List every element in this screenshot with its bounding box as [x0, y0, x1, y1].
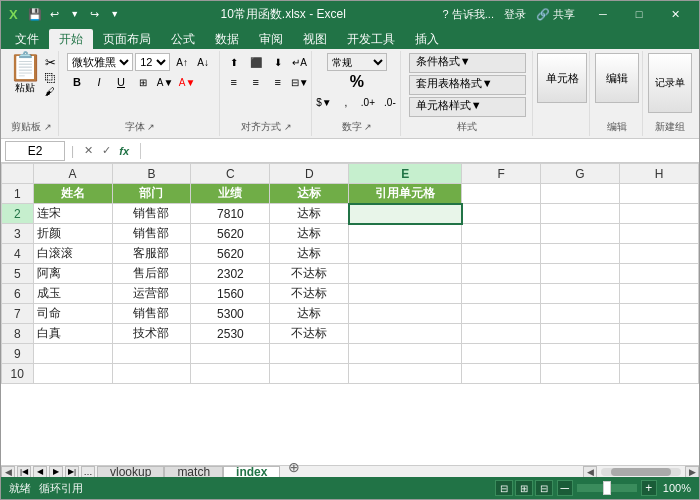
sheet-tab-vlookup[interactable]: vlookup	[97, 466, 164, 477]
underline-button[interactable]: U	[111, 73, 131, 91]
cell-B7[interactable]: 销售部	[112, 304, 191, 324]
cell-H8[interactable]	[619, 324, 698, 344]
cell-F3[interactable]	[462, 224, 541, 244]
copy-button[interactable]: ⿻	[45, 72, 56, 84]
cell-H1[interactable]	[619, 184, 698, 204]
row-header-2[interactable]: 2	[2, 204, 34, 224]
cell-G10[interactable]	[541, 364, 620, 384]
cell-D5[interactable]: 不达标	[270, 264, 349, 284]
cell-F7[interactable]	[462, 304, 541, 324]
col-header-D[interactable]: D	[270, 164, 349, 184]
cell-D3[interactable]: 达标	[270, 224, 349, 244]
cell-F10[interactable]	[462, 364, 541, 384]
cell-B3[interactable]: 销售部	[112, 224, 191, 244]
increase-decimal-button[interactable]: .0+	[358, 93, 378, 111]
font-color-button[interactable]: A▼	[177, 73, 197, 91]
row-header-5[interactable]: 5	[2, 264, 34, 284]
cell-A7[interactable]: 司命	[33, 304, 112, 324]
row-header-10[interactable]: 10	[2, 364, 34, 384]
cell-D7[interactable]: 达标	[270, 304, 349, 324]
col-header-F[interactable]: F	[462, 164, 541, 184]
fill-color-button[interactable]: A▼	[155, 73, 175, 91]
row-header-7[interactable]: 7	[2, 304, 34, 324]
cell-B8[interactable]: 技术部	[112, 324, 191, 344]
accounting-button[interactable]: $▼	[314, 93, 334, 111]
cell-G1[interactable]	[541, 184, 620, 204]
percent-button[interactable]: %	[350, 73, 364, 91]
paste-button[interactable]: 📋 粘贴	[8, 53, 43, 95]
wrap-text-button[interactable]: ↵A	[290, 53, 310, 71]
zoom-in-button[interactable]: +	[641, 480, 657, 496]
cell-C5[interactable]: 2302	[191, 264, 270, 284]
cell-A2[interactable]: 连宋	[33, 204, 112, 224]
cell-A4[interactable]: 白滚滚	[33, 244, 112, 264]
scroll-col-left[interactable]: ◀	[583, 466, 597, 478]
row-header-3[interactable]: 3	[2, 224, 34, 244]
horizontal-scroll-track[interactable]	[601, 468, 681, 476]
merge-button[interactable]: ⊟▼	[290, 73, 310, 91]
cell-C6[interactable]: 1560	[191, 284, 270, 304]
cell-F5[interactable]	[462, 264, 541, 284]
page-layout-view-button[interactable]: ⊞	[515, 480, 533, 496]
cell-H4[interactable]	[619, 244, 698, 264]
cell-D6[interactable]: 不达标	[270, 284, 349, 304]
cell-style-button[interactable]: 单元格样式▼	[409, 97, 526, 117]
cell-B10[interactable]	[112, 364, 191, 384]
cell-E8[interactable]	[349, 324, 462, 344]
cell-G4[interactable]	[541, 244, 620, 264]
col-header-H[interactable]: H	[619, 164, 698, 184]
cell-E1[interactable]: 引用单元格	[349, 184, 462, 204]
redo-button[interactable]: ↪	[86, 5, 104, 23]
cell-F6[interactable]	[462, 284, 541, 304]
cell-C1[interactable]: 业绩	[191, 184, 270, 204]
col-header-E[interactable]: E	[349, 164, 462, 184]
cell-H9[interactable]	[619, 344, 698, 364]
page-break-view-button[interactable]: ⊟	[535, 480, 553, 496]
tab-formula[interactable]: 公式	[161, 29, 205, 49]
login-button[interactable]: 登录	[504, 7, 526, 22]
save-button[interactable]: 💾	[26, 5, 44, 23]
font-family-select[interactable]: 微软雅黑	[67, 53, 133, 71]
cell-F4[interactable]	[462, 244, 541, 264]
scroll-left-button[interactable]: ◀	[1, 466, 15, 478]
cell-G2[interactable]	[541, 204, 620, 224]
cell-C7[interactable]: 5300	[191, 304, 270, 324]
align-middle-button[interactable]: ⬛	[246, 53, 266, 71]
cell-C3[interactable]: 5620	[191, 224, 270, 244]
row-header-9[interactable]: 9	[2, 344, 34, 364]
minimize-button[interactable]: ─	[587, 5, 619, 23]
sheet-nav-ellipsis[interactable]: …	[81, 466, 95, 478]
cell-D2[interactable]: 达标	[270, 204, 349, 224]
cell-G9[interactable]	[541, 344, 620, 364]
maximize-button[interactable]: □	[623, 5, 655, 23]
table-style-button[interactable]: 套用表格格式▼	[409, 75, 526, 95]
tab-review[interactable]: 审阅	[249, 29, 293, 49]
cell-E7[interactable]	[349, 304, 462, 324]
align-bottom-button[interactable]: ⬇	[268, 53, 288, 71]
align-top-button[interactable]: ⬆	[224, 53, 244, 71]
cell-D1[interactable]: 达标	[270, 184, 349, 204]
tab-home[interactable]: 开始	[49, 29, 93, 49]
format-painter-button[interactable]: 🖌	[45, 86, 56, 97]
cell-A5[interactable]: 阿离	[33, 264, 112, 284]
cell-E3[interactable]	[349, 224, 462, 244]
col-header-B[interactable]: B	[112, 164, 191, 184]
cell-G3[interactable]	[541, 224, 620, 244]
tab-file[interactable]: 文件	[5, 29, 49, 49]
cell-C9[interactable]	[191, 344, 270, 364]
confirm-formula-button[interactable]: ✓	[98, 143, 114, 159]
cell-A10[interactable]	[33, 364, 112, 384]
cell-G6[interactable]	[541, 284, 620, 304]
cell-A6[interactable]: 成玉	[33, 284, 112, 304]
align-right-button[interactable]: ≡	[268, 73, 288, 91]
cell-A1[interactable]: 姓名	[33, 184, 112, 204]
sheet-nav-prev[interactable]: ◀	[33, 466, 47, 478]
cell-B2[interactable]: 销售部	[112, 204, 191, 224]
increase-font-button[interactable]: A↑	[172, 53, 192, 71]
insert-function-button[interactable]: fx	[116, 143, 132, 159]
cells-button[interactable]: 单元格	[537, 53, 587, 103]
cell-F9[interactable]	[462, 344, 541, 364]
tab-data[interactable]: 数据	[205, 29, 249, 49]
align-left-button[interactable]: ≡	[224, 73, 244, 91]
cell-F8[interactable]	[462, 324, 541, 344]
